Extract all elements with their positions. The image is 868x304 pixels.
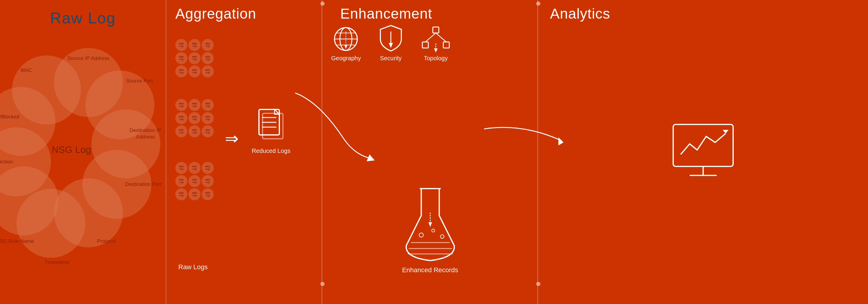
enhancement-icons-row: Geography Security	[331, 24, 451, 62]
nsg-bubble: NSGLog	[202, 65, 214, 78]
nsg-bubble: NSGLog	[175, 125, 187, 137]
curved-arrow-icon	[289, 78, 394, 168]
nsg-bubble: NSGLog	[188, 125, 200, 137]
nsg-bubble: NSGLog	[188, 52, 200, 64]
label-timestamp: Timestamp	[44, 259, 69, 265]
svg-rect-16	[422, 42, 428, 48]
nsg-bubble: NSGLog	[202, 175, 214, 187]
nsg-log-center-label: NSG Log	[52, 144, 91, 155]
svg-marker-12	[344, 45, 347, 49]
label-allowed: Allowed/Blocked	[0, 114, 19, 120]
enhanced-records-label: Enhanced Records	[402, 266, 458, 274]
security-label: Security	[380, 55, 402, 62]
nsg-stack-2: NSGLog NSGLog NSGLog NSGLog NSGLog NSGLo…	[175, 99, 214, 137]
monitor-icon	[670, 121, 736, 181]
svg-point-26	[419, 233, 423, 237]
svg-marker-14	[389, 43, 393, 48]
svg-marker-21	[434, 48, 438, 53]
nsg-bubble: NSGLog	[175, 52, 187, 64]
svg-line-18	[425, 33, 436, 42]
nsg-bubble: NSGLog	[175, 188, 187, 200]
nsg-bubble: NSGLog	[202, 162, 214, 174]
aggregation-title: Aggregation	[175, 5, 256, 22]
monitor-container	[670, 121, 736, 183]
nsg-bubble: NSGLog	[188, 65, 200, 78]
label-protocol: Protocol	[97, 238, 116, 244]
topology-label: Topology	[424, 55, 448, 62]
flask-icon	[403, 186, 457, 264]
left-panel: Raw Log Source IP Address Source Port De…	[0, 0, 166, 304]
nsg-bubble: NSGLog	[188, 39, 200, 51]
reduced-logs-label: Reduced Logs	[252, 148, 290, 154]
security-group: Security	[379, 24, 403, 62]
label-mac: MAC	[21, 67, 32, 73]
document-icon	[256, 108, 286, 144]
nsg-bubble: NSGLog	[202, 99, 214, 111]
svg-rect-17	[443, 42, 449, 48]
nsg-bubble: NSGLog	[175, 162, 187, 174]
nsg-bubble: NSGLog	[175, 39, 187, 51]
nsg-bubble: NSGLog	[202, 112, 214, 124]
nsg-bubble: NSGLog	[202, 125, 214, 137]
analytics-title: Analytics	[550, 5, 610, 22]
nsg-bubble: NSGLog	[175, 175, 187, 187]
nsg-bubble: NSGLog	[202, 39, 214, 51]
svg-point-27	[432, 229, 435, 232]
label-dest-ip-2: Address	[136, 134, 155, 140]
svg-point-28	[440, 235, 444, 238]
nsg-bubble: NSGLog	[188, 188, 200, 200]
reduced-logs-doc: Reduced Logs	[252, 108, 290, 154]
nsg-bubble-group-3: NSGLog NSGLog NSGLog NSGLog NSGLog NSGLo…	[175, 162, 214, 200]
nsg-bubble: NSGLog	[188, 162, 200, 174]
label-dest-port: Destination Port	[125, 181, 161, 187]
label-source-port: Source Port	[126, 78, 153, 84]
nsg-bubble-group-1: NSGLog NSGLog NSGLog NSGLog NSGLog NSGLo…	[175, 39, 214, 78]
label-direction: Direction	[0, 159, 13, 164]
venn-diagram: Source IP Address Source Port Destinatio…	[0, 24, 166, 294]
circle-mac	[12, 56, 81, 124]
nsg-bubble-group-2: NSGLog NSGLog NSGLog NSGLog NSGLog NSGLo…	[175, 99, 214, 137]
nsg-bubble: NSGLog	[175, 99, 187, 111]
globe-icon	[332, 26, 360, 53]
label-source-ip: Source IP Address	[67, 56, 110, 61]
nsg-bubble: NSGLog	[188, 99, 200, 111]
right-panel: Aggregation NSGLog NSGLog NSGLog NSGLog …	[166, 0, 868, 304]
label-dest-ip-1: Destination IP	[129, 127, 161, 133]
topology-group: Topology	[421, 26, 451, 62]
nsg-bubble: NSGLog	[188, 112, 200, 124]
svg-marker-31	[558, 137, 563, 145]
nsg-bubble: NSGLog	[175, 65, 187, 78]
svg-line-19	[436, 33, 446, 42]
nsg-bubble: NSGLog	[175, 112, 187, 124]
nsg-bubble: NSGLog	[202, 188, 214, 200]
nsg-stack-3: NSGLog NSGLog NSGLog NSGLog NSGLog NSGLo…	[175, 162, 214, 200]
nsg-bubble: NSGLog	[202, 52, 214, 64]
analytics-section: Analytics	[538, 0, 868, 304]
raw-logs-label: Raw Logs	[178, 263, 208, 271]
nsg-bubble: NSGLog	[188, 175, 200, 187]
arrow-right-icon: ⇒	[225, 129, 239, 148]
enhancement-title: Enhancement	[340, 5, 432, 22]
geography-group: Geography	[331, 26, 361, 62]
curved-arrow-to-analytics	[478, 105, 583, 165]
flask-container: Enhanced Records	[402, 186, 458, 274]
label-nsg-rule: NSG Rule Name	[0, 238, 34, 244]
svg-marker-30	[428, 222, 432, 227]
svg-marker-35	[723, 130, 728, 133]
svg-rect-15	[433, 27, 439, 33]
geography-label: Geography	[331, 55, 361, 62]
nsg-stack-1: NSGLog NSGLog NSGLog NSGLog NSGLog NSGLo…	[175, 39, 214, 78]
topology-icon	[421, 26, 451, 53]
raw-log-title: Raw Log	[0, 0, 166, 27]
shield-icon	[379, 24, 403, 53]
